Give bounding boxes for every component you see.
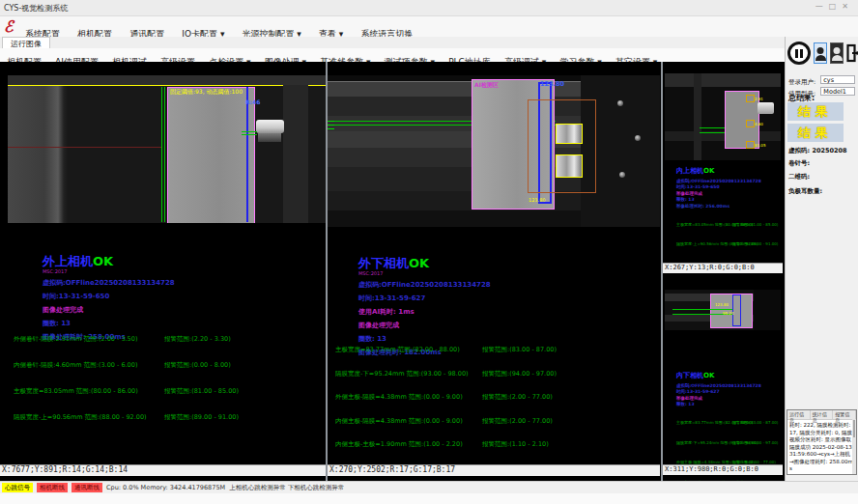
camera2-ai-time: 使用AI耗时: 1ms	[358, 307, 491, 317]
thumb1-result-overlay: 内上相机OK 虚拟码:OFFline20250208133134728 时间:1…	[676, 158, 778, 251]
qrcode-label: 二维码:	[788, 173, 810, 182]
thumb1-pixel-statusbar: X:267;Y:13;R:0;G:0;B:0	[663, 263, 783, 273]
camera1-time: 时间:13-31-59-650	[43, 292, 175, 301]
camera1-pixel-statusbar: X:7677;Y:891;R:14;G:14;B:14	[0, 464, 326, 476]
result-display-1: 结果	[787, 102, 844, 121]
info-log-text: 耗时: 222, 隔膜检测耗时: 17, 隔膜分类耗时: 0, 隔膜视频分区耗时…	[787, 420, 856, 475]
toolbar: 相机配置 AI使用配置 相机调试 高级设置 点检设置 ▾ 图像处理 ▾ 基准线参…	[0, 48, 785, 63]
machine-column	[8, 75, 68, 223]
side-buttons	[787, 42, 858, 65]
window-title: CYS-视觉检测系统	[4, 3, 68, 14]
thumb1-image[interactable]: 2.91 4.60 83.05	[665, 73, 781, 160]
camera2-ok-badge: OK	[409, 256, 429, 270]
desktop-strip	[0, 493, 858, 504]
info-tabs: 运行信息 统计信息 报警信息	[787, 410, 856, 420]
window-controls[interactable]: —□✕	[815, 2, 854, 11]
heartbeat-badge: 心跳信号	[2, 483, 33, 492]
camera1-image[interactable]: 固定阈值:93, 动态阈值:100 R:46	[8, 75, 326, 223]
camera2-done: 图像处理完成	[358, 321, 491, 330]
thumbnail-column: 2.91 4.60 83.05 内上相机OK 虚拟码:OFFline202502…	[663, 62, 783, 481]
camera1-title: 外上相机	[43, 254, 93, 268]
tab-alarm-info[interactable]: 报警信息	[833, 410, 856, 419]
user-icon	[834, 47, 841, 54]
exit-door-icon	[846, 42, 858, 64]
camera2-image[interactable]: AI检测区 123.80 123.80	[328, 75, 660, 227]
camera-offline-badge: 相机断线	[37, 483, 68, 492]
measure-value-top: 123.80	[540, 80, 564, 88]
cpu-memory-info: Cpu: 0.0% Memory: 3424.41796875M	[106, 484, 225, 491]
viewer-outer-upper-camera[interactable]: 固定阈值:93, 动态阈值:100 R:46 外上相机OK MSC:2017 虚…	[0, 62, 326, 481]
camera1-ok-badge: OK	[93, 254, 113, 268]
model-field[interactable]: Model1	[820, 87, 855, 96]
camera1-measurements: 外侧卷针-隔膜:2.91mm 范围:(2.00 - 3.50)报警范围:(2.2…	[14, 326, 239, 431]
blue-edge-line	[246, 87, 248, 222]
tab-count-label: 负极耳数量:	[788, 187, 822, 196]
camera1-done: 图像处理完成	[43, 305, 175, 315]
app-logo-icon: ℰ	[4, 17, 14, 36]
thumb2-pixel-statusbar: X:311;Y:980;R:0;G:0;B:0	[663, 464, 783, 475]
tab-stat-info[interactable]: 统计信息	[811, 410, 834, 419]
tab-detect-box-2	[556, 154, 583, 178]
main-content: 固定阈值:93, 动态阈值:100 R:46 外上相机OK MSC:2017 虚…	[0, 62, 785, 481]
tab-detect-box-1	[556, 124, 583, 144]
camera1-barcode: 虚拟码:OFFline20250208133134728	[43, 278, 175, 288]
measure-value-bottom: 123.80	[529, 197, 546, 203]
maximize-icon[interactable]: □	[829, 2, 843, 11]
viewer-outer-lower-camera[interactable]: AI检测区 123.80 123.80 外下相机OK MSC:2017 虚拟码:…	[328, 62, 660, 481]
minimize-icon[interactable]: —	[815, 2, 829, 11]
camera-heartbeat-status: 上相机心跳检测异常 下相机心跳检测异常	[229, 484, 344, 492]
user-icon	[817, 47, 824, 54]
camera2-pixel-statusbar: X:270;Y:2502;R:17;G:17;B:17	[328, 464, 660, 476]
green-measure-lines	[161, 87, 162, 222]
pause-button[interactable]	[787, 42, 811, 65]
user-login-button[interactable]	[814, 42, 827, 64]
side-panel: 登录用户: cys 使用型号: Model1 总结果: 结果 结果 虚拟码: 2…	[785, 37, 858, 481]
threshold-label: 固定阈值:93, 动态阈值:100	[170, 88, 243, 97]
comm-offline-badge: 通讯断线	[72, 483, 102, 492]
camera2-barcode: 虚拟码:OFFline20250208133134728	[358, 280, 491, 290]
user-switch-button[interactable]	[830, 42, 844, 64]
thumb2-image[interactable]: 123.80 95.24	[665, 290, 781, 330]
needle-label: 卷针号:	[788, 159, 810, 168]
clamp-part	[256, 120, 284, 133]
brown-roi-rect	[528, 99, 596, 193]
ai-region-label: AI检测区	[474, 81, 499, 90]
close-icon[interactable]: ✕	[842, 2, 854, 11]
info-scrollbar[interactable]	[852, 419, 856, 475]
electrode-region-box	[167, 87, 255, 223]
result-display-2: 结果	[787, 124, 844, 142]
vcode-value: 20250208	[812, 147, 846, 154]
tab-run-info[interactable]: 运行信息	[787, 410, 811, 419]
thumb2-result-overlay: 内下相机OK 虚拟码:OFFline20250208133134728 时间:1…	[676, 363, 778, 481]
edge-value-label: R:46	[245, 98, 260, 105]
app-window: CYS-视觉检测系统 —□✕ ℰ 系统配置 相机配置 通讯配置 IO卡配置 ▾ …	[0, 0, 858, 504]
camera2-time: 时间:13-31-59-627	[358, 294, 491, 303]
menu-bar: ℰ 系统配置 相机配置 通讯配置 IO卡配置 ▾ 光源控制配置 ▾ 查看 ▾ 系…	[0, 16, 858, 38]
info-box: 运行信息 统计信息 报警信息 耗时: 222, 隔膜检测耗时: 17, 隔膜分类…	[786, 409, 857, 475]
app-statusbar: 心跳信号 相机断线 通讯断线 Cpu: 0.0% Memory: 3424.41…	[0, 481, 858, 493]
title-bar[interactable]: CYS-视觉检测系统 —□✕	[0, 0, 858, 16]
camera2-title: 外下相机	[358, 256, 409, 270]
camera2-measurements: 主极宽度=83.77mm 范围:(82.00 - 88.00)报警范围:(83.…	[335, 337, 557, 479]
exit-button[interactable]	[846, 42, 858, 64]
vcode-label: 虚拟码:	[788, 147, 810, 154]
baseline-yellow	[8, 85, 326, 86]
